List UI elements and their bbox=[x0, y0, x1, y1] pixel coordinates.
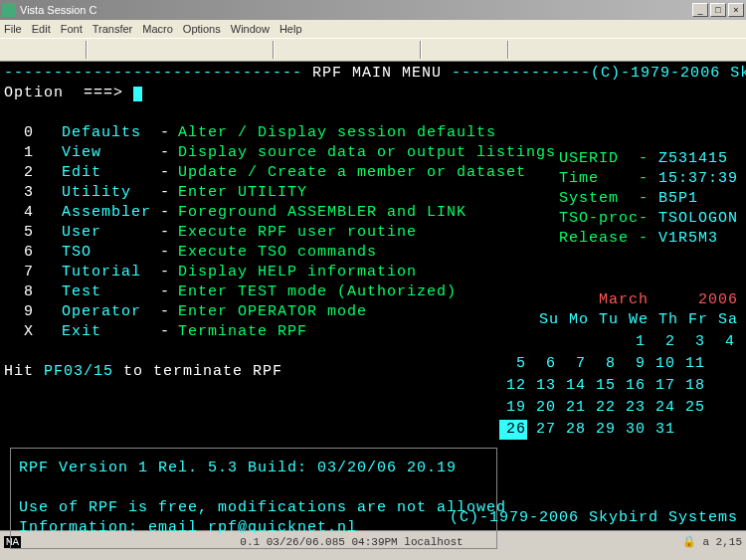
toolbar-button[interactable] bbox=[251, 41, 269, 59]
toolbar-button[interactable] bbox=[466, 41, 483, 59]
menu-edit[interactable]: Edit bbox=[32, 23, 51, 35]
toolbar-button[interactable] bbox=[111, 41, 129, 59]
calendar: March 2006 Su Mo Tu We Th Fr Sa 12345678… bbox=[497, 290, 738, 442]
calendar-day: 7 bbox=[559, 354, 587, 374]
calendar-day: 30 bbox=[619, 420, 647, 440]
menu-transfer[interactable]: Transfer bbox=[93, 23, 133, 35]
calendar-day: 28 bbox=[559, 420, 587, 440]
toolbar bbox=[0, 38, 746, 62]
calendar-day: 3 bbox=[678, 332, 706, 352]
calendar-day: 20 bbox=[529, 398, 557, 418]
calendar-day: 15 bbox=[589, 376, 617, 396]
toolbar-button[interactable] bbox=[426, 41, 444, 59]
toolbar-button[interactable] bbox=[191, 41, 209, 59]
toolbar-button[interactable] bbox=[171, 41, 189, 59]
calendar-day: 23 bbox=[619, 398, 647, 418]
calendar-day bbox=[678, 420, 706, 440]
calendar-day: 21 bbox=[559, 398, 587, 418]
window-titlebar: Vista Session C _ □ × bbox=[0, 0, 746, 20]
footer-copyright: (C)-1979-2006 Skybird Systems bbox=[450, 508, 738, 528]
version-box: RPF Version 1 Rel. 5.3 Build: 03/20/06 2… bbox=[10, 448, 497, 549]
menu-help[interactable]: Help bbox=[280, 23, 302, 35]
menu-font[interactable]: Font bbox=[61, 23, 83, 35]
menu-file[interactable]: File bbox=[4, 23, 22, 35]
toolbar-button[interactable] bbox=[279, 41, 296, 59]
calendar-day bbox=[499, 332, 527, 352]
toolbar-button[interactable] bbox=[24, 41, 42, 59]
calendar-day: 5 bbox=[499, 354, 527, 374]
calendar-day: 10 bbox=[649, 354, 676, 374]
calendar-day bbox=[589, 332, 617, 352]
toolbar-button[interactable] bbox=[513, 41, 531, 59]
toolbar-button[interactable] bbox=[318, 41, 336, 59]
calendar-day bbox=[559, 332, 587, 352]
calendar-day: 16 bbox=[619, 376, 647, 396]
toolbar-separator bbox=[507, 41, 509, 59]
window-title: Vista Session C bbox=[20, 4, 690, 16]
calendar-day: 24 bbox=[649, 398, 676, 418]
toolbar-button[interactable] bbox=[44, 41, 62, 59]
minimize-button[interactable]: _ bbox=[692, 3, 708, 17]
option-prompt[interactable]: Option ===> bbox=[4, 84, 742, 103]
calendar-day: 25 bbox=[678, 398, 706, 418]
toolbar-button[interactable] bbox=[92, 41, 109, 59]
license-line: Use of RPF is free, modifications are no… bbox=[19, 498, 488, 518]
calendar-day: 31 bbox=[649, 420, 676, 440]
calendar-day: 9 bbox=[619, 354, 647, 374]
menu-options[interactable]: Options bbox=[183, 23, 221, 35]
toolbar-separator bbox=[420, 41, 422, 59]
terminal[interactable]: ------------------------------ RPF MAIN … bbox=[0, 62, 746, 530]
calendar-day: 29 bbox=[589, 420, 617, 440]
contact-line: Information: email rpf@quicknet.nl bbox=[19, 518, 488, 538]
system-info: USERID - Z531415 Time - 15:37:39 System … bbox=[559, 149, 738, 249]
calendar-day: 6 bbox=[529, 354, 557, 374]
close-button[interactable]: × bbox=[728, 3, 744, 17]
calendar-day: 18 bbox=[678, 376, 706, 396]
version-line: RPF Version 1 Rel. 5.3 Build: 03/20/06 2… bbox=[19, 459, 488, 478]
header-row: ------------------------------ RPF MAIN … bbox=[4, 64, 742, 84]
toolbar-button[interactable] bbox=[211, 41, 229, 59]
menu-item-defaults[interactable]: 0 Defaults - Alter / Display session def… bbox=[4, 123, 742, 143]
toolbar-button[interactable] bbox=[378, 41, 396, 59]
calendar-day: 4 bbox=[708, 332, 736, 352]
toolbar-separator bbox=[273, 41, 275, 59]
calendar-day: 14 bbox=[559, 376, 587, 396]
menu-window[interactable]: Window bbox=[231, 23, 270, 35]
toolbar-button[interactable] bbox=[533, 41, 551, 59]
calendar-day: 8 bbox=[589, 354, 617, 374]
cursor-icon bbox=[133, 87, 142, 101]
calendar-day: 27 bbox=[529, 420, 557, 440]
calendar-day: 2 bbox=[649, 332, 676, 352]
maximize-button[interactable]: □ bbox=[710, 3, 726, 17]
toolbar-button[interactable] bbox=[446, 41, 464, 59]
calendar-day: 22 bbox=[589, 398, 617, 418]
status-right: a 2,15 bbox=[702, 536, 742, 548]
toolbar-button[interactable] bbox=[485, 41, 503, 59]
lock-icon: 🔒 bbox=[682, 535, 696, 548]
toolbar-button[interactable] bbox=[358, 41, 376, 59]
calendar-day: 17 bbox=[649, 376, 676, 396]
toolbar-button[interactable] bbox=[398, 41, 416, 59]
toolbar-button[interactable] bbox=[231, 41, 249, 59]
toolbar-button[interactable] bbox=[151, 41, 169, 59]
toolbar-button[interactable] bbox=[64, 41, 82, 59]
calendar-day: 12 bbox=[499, 376, 527, 396]
calendar-day: 11 bbox=[678, 354, 706, 374]
menu-item-tutorial[interactable]: 7 Tutorial - Display HELP information bbox=[4, 263, 742, 282]
menubar: File Edit Font Transfer Macro Options Wi… bbox=[0, 20, 746, 38]
toolbar-button[interactable] bbox=[338, 41, 356, 59]
toolbar-button[interactable] bbox=[298, 41, 316, 59]
calendar-day: 26 bbox=[499, 420, 527, 440]
calendar-day: 1 bbox=[619, 332, 647, 352]
app-icon bbox=[2, 3, 16, 17]
calendar-day bbox=[529, 332, 557, 352]
calendar-day: 19 bbox=[499, 398, 527, 418]
toolbar-button[interactable] bbox=[131, 41, 149, 59]
toolbar-button[interactable] bbox=[4, 41, 22, 59]
calendar-day: 13 bbox=[529, 376, 557, 396]
toolbar-separator bbox=[86, 41, 88, 59]
menu-macro[interactable]: Macro bbox=[142, 23, 173, 35]
